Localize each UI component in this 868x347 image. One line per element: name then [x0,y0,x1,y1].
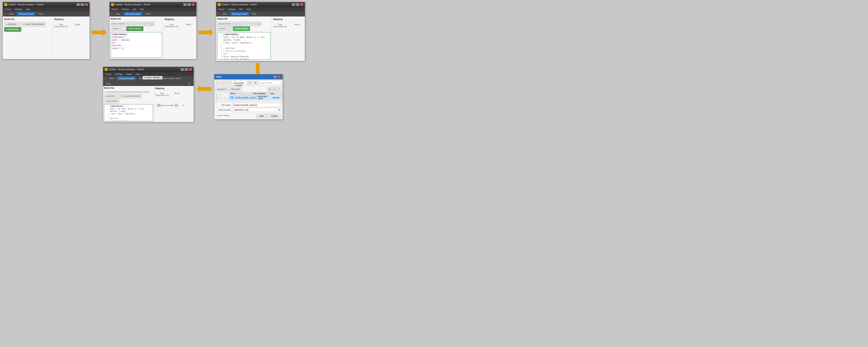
load-btn-4[interactable]: 📂 LOAD FROM LIBRARY [119,94,142,98]
menu-help-2[interactable]: Help [139,8,145,11]
sidebar-this-pc[interactable]: This P [215,95,228,95]
undo-btn-2[interactable]: ↶ [135,22,140,26]
edit-model-detected[interactable]: ✏ EDIT MODEL [143,76,162,79]
delete-btn-3[interactable]: 🗑 [257,22,261,26]
home-icon-2[interactable]: ⌂ [111,12,113,15]
load-btn-1[interactable]: 📂 LOAD FROM LIBRARY [21,22,46,27]
sidebar-desktop[interactable]: Des [215,97,228,98]
close-btn-4[interactable]: ✕ [189,68,192,71]
home-icon-1[interactable]: ⌂ [4,12,6,15]
tab-plots-4[interactable]: Plots [104,82,113,85]
file-name-1[interactable]: hcvNeumann98_model.txt [234,96,257,99]
filename-input[interactable] [232,103,281,107]
browse-btn-4[interactable]: 🗂 BROWSE... [104,94,118,98]
zoom-out-btn-2[interactable]: 🔍 [130,22,135,26]
home-icon-3[interactable]: ⌂ [218,12,219,15]
tab-structural-3[interactable]: Structural model [230,12,249,16]
menu-help-1[interactable]: Help [25,8,31,11]
view-btn-1[interactable]: ⊞ [268,87,272,91]
zoom-out-btn-3[interactable]: 🔍 [238,22,242,26]
menu-project-3[interactable]: Project [217,8,225,11]
tab-structural-2[interactable]: Structural model [124,12,142,16]
close-btn-2[interactable]: ✕ [191,3,195,6]
menu-project-1[interactable]: Project [4,8,12,11]
code-editor-2[interactable]: [LONGITUDINAL] [INDIVIDUAL] input = {Ipa… [111,32,162,58]
tab-plots-3[interactable]: Plots [250,12,258,16]
tab-data-2[interactable]: Data [114,12,122,16]
zoom-in-btn-3[interactable]: 🔍 [233,22,237,26]
minimize-btn-3[interactable]: ─ [292,3,295,6]
tab-structural-4[interactable]: Structural model [117,76,136,80]
file-item-1[interactable]: 📄 hcvNeumann98_model.txt 04/01/2022 14:5… [229,95,283,100]
home-icon-4[interactable]: ⌂ [104,77,106,80]
refresh-btn[interactable]: ↺ [248,80,252,85]
new-model-btn-1[interactable]: ✚ NEW MODEL [4,27,21,32]
cancel-dialog-btn[interactable]: Cancel [268,114,281,118]
redo-btn-3[interactable]: ↷ [247,22,252,26]
menu-export-4[interactable]: Export [125,73,133,76]
minimize-btn-4[interactable]: ─ [181,68,184,71]
tab-data-1[interactable]: Data [7,12,15,16]
minimize-btn-2[interactable]: ─ [183,3,187,6]
copy-btn-3[interactable]: 📋 [252,22,256,26]
edit-model-btn-4[interactable]: ✏ EDIT MODEL [104,99,119,103]
cancel-btn-2[interactable]: CANCEL [111,27,121,31]
new-folder-btn[interactable]: New folder [229,87,242,91]
copy-btn-2[interactable]: 📋 [145,22,150,26]
redo-btn-2[interactable]: ↷ [140,22,145,26]
sidebar-doc[interactable]: Doc [215,98,228,99]
menu-settings-4[interactable]: Settings [114,73,123,76]
save-btn[interactable]: Save [256,114,267,118]
menu-project-2[interactable]: Project [111,8,119,11]
menu-help-3[interactable]: Help [246,8,251,11]
hide-folders-btn[interactable]: ▲ Hide Folders [216,114,229,116]
check-syntax-btn-3[interactable]: CHECK SYNTAX [217,22,232,26]
menu-edit-2[interactable]: Edit [132,8,137,11]
minimize-btn-1[interactable]: ─ [76,3,80,6]
check-syntax-btn-2[interactable]: CHECK SYNTAX [111,22,125,26]
help-btn-dialog[interactable]: ? [277,87,281,91]
breadcrumb-bar[interactable]: 📁 Documents > models [232,80,247,85]
code-editor-3[interactable]: 1[LONGITUDINAL] 2input = {a, d, beta, de… [217,32,271,60]
browse-btn-1[interactable]: 🗂 BROWSE... [4,22,20,27]
undo-btn-3[interactable]: ↶ [242,22,247,26]
more-views-btn[interactable]: ▼ [253,80,258,85]
maximize-btn-1[interactable]: □ [81,3,84,6]
saveas-select[interactable]: Model file (*.txt) [232,108,281,112]
sidebar-downloads[interactable]: Dow [215,100,228,100]
maximize-btn-2[interactable]: □ [187,3,191,6]
menu-settings-3[interactable]: Settings [227,8,236,11]
tab-plots-1[interactable]: Plots [37,12,45,16]
nav-up-btn[interactable]: ↑ [227,80,231,85]
menu-settings-2[interactable]: Settings [121,8,130,11]
cancel-btn-3[interactable]: CANCEL [217,27,227,31]
sidebar-3d-obj[interactable]: 3D O [215,96,228,97]
tab-structural-1[interactable]: Structural model [17,12,35,16]
menu-help-4[interactable]: Help [135,73,141,76]
sidebar-onedrive[interactable]: OneDr [215,93,228,94]
menu-edit-3[interactable]: Edit [239,8,244,11]
more-btn-3[interactable]: ... [228,27,233,31]
tab-data-3[interactable]: Data [221,12,229,16]
view-btn-2[interactable]: ⊟ [272,87,277,91]
tab-plots-2[interactable]: Plots [144,12,152,16]
nav-forward-btn[interactable]: → [221,80,226,85]
create-model-btn-3[interactable]: CREATE MODEL [233,27,250,31]
code-editor-4[interactable]: 1[LONGITUDINAL] 2input = {a, beta, delta… [104,104,153,122]
create-model-btn-2[interactable]: CREATE MODEL [126,27,143,31]
more-btn-2[interactable]: ... [121,27,126,31]
menu-project-4[interactable]: Project [104,73,112,76]
save-dialog-close[interactable]: ✕ [277,76,281,78]
maximize-btn-3[interactable]: □ [296,3,299,6]
save-dialog-help[interactable]: ? [273,76,277,78]
tab-data-4[interactable]: Data [107,76,116,80]
nav-back-btn[interactable]: ← [216,80,220,85]
search-input-dialog[interactable]: Search models [259,80,281,85]
close-btn-3[interactable]: ✕ [300,3,303,6]
organize-btn[interactable]: Organize ▼ [215,87,229,91]
zoom-in-btn-2[interactable]: 🔍 [126,22,130,26]
menu-settings-1[interactable]: Settings [14,8,23,11]
delete-btn-2[interactable]: 🗑 [150,22,154,26]
nav-icon-4[interactable]: ⊞ [187,82,192,85]
close-btn-1[interactable]: ✕ [85,3,88,6]
